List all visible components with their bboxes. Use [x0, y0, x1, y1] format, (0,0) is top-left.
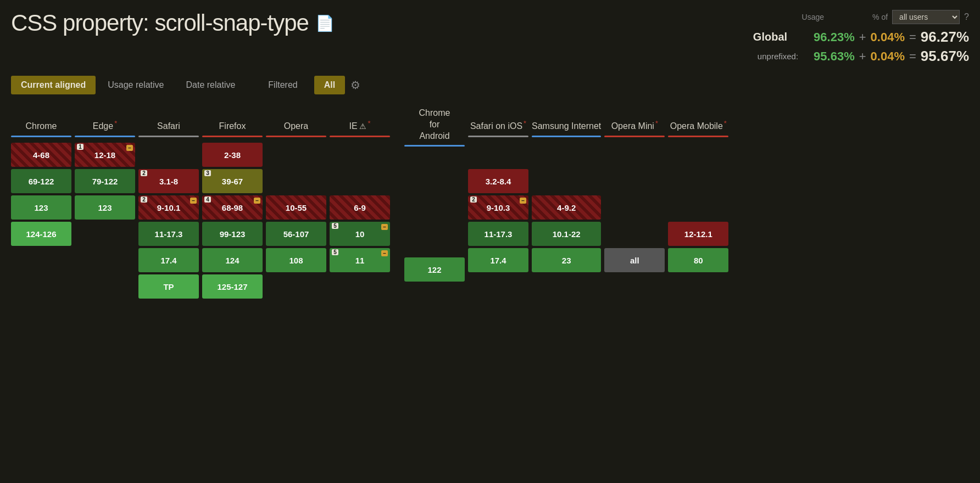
tab-usage-relative[interactable]: Usage relative [98, 76, 174, 94]
percent-of-label: % of [872, 13, 888, 21]
version-cell: 3.2-8.4 [468, 169, 528, 193]
version-cell: TP [138, 274, 199, 299]
browser-header: Safari on iOS* [468, 108, 528, 141]
cell-text: 3.2-8.4 [486, 177, 511, 186]
global-plus: + [859, 30, 866, 44]
version-cell: 6-9 [330, 195, 390, 220]
browser-header: Edge* [75, 108, 135, 141]
version-cell [404, 152, 465, 176]
browser-col: Opera Mobile*12-12.180 [668, 108, 728, 308]
asterisk-marker: * [114, 119, 117, 127]
version-cell: 17.4 [468, 248, 528, 272]
browser-header: Opera [266, 108, 326, 141]
cell-badge: 3 [204, 170, 211, 176]
version-cell [468, 274, 528, 299]
version-cell [532, 274, 601, 299]
cell-text: 17.4 [490, 256, 506, 265]
browser-header: Safari [138, 108, 199, 141]
version-cell: 17.4 [138, 248, 199, 272]
cell-badge: 5 [332, 249, 338, 255]
browser-underline [75, 136, 135, 137]
browser-header: IE ⚠* [330, 108, 390, 141]
version-cell: 11-17.3 [138, 222, 199, 246]
cell-text: 125-127 [217, 282, 247, 291]
browser-underline [138, 136, 199, 137]
cell-badge: 2 [470, 196, 477, 203]
browser-underline [202, 136, 263, 137]
version-cell [468, 143, 528, 167]
browser-underline [11, 136, 71, 137]
browser-header: Chrome [11, 108, 71, 141]
cell-text: 12-12.1 [684, 229, 712, 239]
cell-text: 56-107 [283, 229, 309, 239]
browser-underline [668, 136, 728, 137]
cell-text: 2-38 [224, 150, 241, 160]
unprefixed-green-pct: 95.63% [814, 49, 855, 64]
browser-name: Firefox [219, 121, 246, 132]
version-cell: 12-12.1 [668, 222, 728, 246]
browser-underline [468, 136, 528, 137]
cell-text: 9-10.3 [487, 203, 510, 212]
browser-underline [404, 145, 465, 147]
version-cell: 511− [330, 248, 390, 272]
version-cell [604, 143, 665, 167]
version-cell [404, 178, 465, 203]
browser-col: Safari23.1-829-10.1−11-17.317.4TP [138, 108, 199, 308]
cell-text: 11-17.3 [485, 229, 513, 239]
browser-col: IE ⚠*6-9510−511− [330, 108, 390, 308]
version-cell [604, 169, 665, 193]
browser-grid: Chrome4-6869-122123124-126Edge*112-18−79… [11, 108, 969, 308]
version-cell [330, 143, 390, 167]
cell-badge: 2 [141, 170, 147, 176]
version-cell [75, 222, 135, 246]
version-cell [11, 248, 71, 272]
version-cell [404, 231, 465, 255]
cell-text: 6-9 [354, 203, 366, 212]
settings-icon[interactable]: ⚙ [350, 78, 360, 92]
version-cell: 124 [202, 248, 263, 272]
user-type-select[interactable]: all users tracked users [892, 10, 960, 24]
version-cell: 29-10.1− [138, 195, 199, 220]
help-icon[interactable]: ? [964, 12, 969, 22]
unprefixed-total: 95.67% [921, 48, 969, 65]
unprefixed-orange-pct: 0.04% [871, 49, 905, 64]
browser-underline [604, 136, 665, 137]
column-separator [393, 108, 404, 308]
cell-badge-right: − [381, 224, 388, 230]
version-cell [668, 169, 728, 193]
cell-text: 122 [427, 265, 441, 274]
doc-icon[interactable]: 📄 [315, 14, 335, 32]
version-cell: 11-17.3 [468, 222, 528, 246]
cell-text: 124 [225, 256, 239, 265]
version-cell: 79-122 [75, 169, 135, 193]
version-cell: 56-107 [266, 222, 326, 246]
browser-header: Firefox [202, 108, 263, 141]
version-cell: 69-122 [11, 169, 71, 193]
global-orange-pct: 0.04% [871, 30, 905, 44]
cell-badge-right: − [520, 198, 526, 204]
tab-current-aligned[interactable]: Current aligned [11, 76, 96, 94]
global-green-pct: 96.23% [814, 30, 855, 44]
cell-text: 80 [694, 256, 703, 265]
browser-col: Chrome for Android122 [404, 108, 465, 308]
cell-text: 39-67 [222, 177, 243, 186]
version-cell: 468-98− [202, 195, 263, 220]
cell-text: all [630, 256, 639, 265]
version-cell: 112-18− [75, 143, 135, 167]
version-cell: 510− [330, 222, 390, 246]
version-cell [604, 222, 665, 246]
tab-date-relative[interactable]: Date relative [176, 76, 246, 94]
browser-col: Opera Mini*all [604, 108, 665, 308]
browser-name: Samsung Internet [532, 121, 601, 132]
version-cell: 2-38 [202, 143, 263, 167]
tab-filtered[interactable]: Filtered [258, 76, 307, 94]
browser-name: Opera [284, 121, 308, 132]
global-eq: = [909, 30, 916, 44]
cell-text: 68-98 [222, 203, 243, 212]
cell-badge-right: − [190, 198, 197, 204]
browser-header: Samsung Internet [532, 108, 601, 141]
version-cell: 108 [266, 248, 326, 272]
tab-all[interactable]: All [314, 76, 345, 94]
browser-name: Safari on iOS* [470, 119, 526, 132]
browser-name: IE ⚠* [349, 119, 370, 132]
